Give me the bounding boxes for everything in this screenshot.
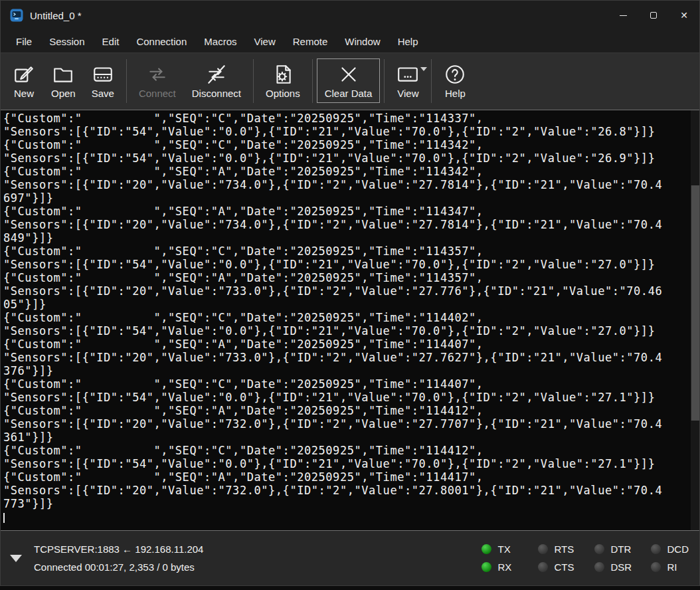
minimize-button[interactable] bbox=[608, 1, 638, 30]
connection-details: Connected 00:01:27, 2,353 / 0 bytes bbox=[34, 558, 203, 576]
taskbar-sliver bbox=[0, 586, 700, 590]
toolbar-label: Disconnect bbox=[192, 88, 241, 99]
toolbar-label: View bbox=[397, 88, 418, 99]
menu-help[interactable]: Help bbox=[389, 32, 427, 51]
scrollbar-thumb[interactable] bbox=[691, 185, 699, 421]
led-label: DSR bbox=[611, 561, 632, 573]
menu-view[interactable]: View bbox=[245, 32, 284, 51]
text-cursor bbox=[3, 513, 5, 523]
toolbar-connect-button: Connect bbox=[131, 58, 184, 103]
menu-connection[interactable]: Connection bbox=[128, 32, 195, 51]
led-ri: RI bbox=[651, 561, 689, 573]
caption-buttons: ✕ bbox=[608, 1, 699, 30]
led-dcd: DCD bbox=[651, 543, 689, 555]
toolbar-new-button[interactable]: New bbox=[5, 58, 43, 103]
toolbar-separator bbox=[312, 59, 313, 103]
led-rx: RX bbox=[481, 561, 519, 573]
toolbar: NewOpenSaveConnectDisconnectOptionsClear… bbox=[1, 52, 699, 110]
maximize-button[interactable] bbox=[638, 1, 669, 30]
toolbar-label: Save bbox=[92, 88, 114, 99]
titlebar-left: Untitled_0 * bbox=[1, 9, 608, 22]
toolbar-help-button[interactable]: Help bbox=[436, 58, 474, 103]
led-cts-indicator bbox=[538, 562, 548, 572]
led-label: RI bbox=[667, 561, 689, 573]
toolbar-label: New bbox=[14, 88, 34, 99]
toolbar-label: Options bbox=[266, 88, 300, 99]
save-icon bbox=[92, 63, 114, 86]
led-label: CTS bbox=[555, 561, 576, 573]
signal-led-panel: TXRXRTSCTSDTRDSRDCDRI bbox=[481, 540, 689, 576]
window-title: Untitled_0 * bbox=[30, 10, 82, 21]
led-dtr-indicator bbox=[594, 544, 604, 554]
toolbar-save-button[interactable]: Save bbox=[84, 58, 122, 103]
view-icon bbox=[396, 63, 419, 86]
toolbar-options-button[interactable]: Options bbox=[258, 58, 308, 103]
led-cts: CTS bbox=[538, 561, 576, 573]
menu-window[interactable]: Window bbox=[336, 32, 389, 51]
led-rx-indicator bbox=[481, 562, 491, 572]
led-tx: TX bbox=[481, 543, 519, 555]
minimize-icon bbox=[620, 15, 627, 16]
led-dsr: DSR bbox=[594, 561, 632, 573]
led-dcd-indicator bbox=[651, 544, 661, 554]
close-button[interactable]: ✕ bbox=[669, 1, 699, 30]
toolbar-label: Clear Data bbox=[325, 88, 373, 99]
toolbar-clear-data-button[interactable]: Clear Data bbox=[317, 58, 381, 103]
led-ri-indicator bbox=[651, 562, 661, 572]
connection-status: TCPSERVER:1883 ← 192.168.11.204 bbox=[34, 540, 203, 558]
led-label: RTS bbox=[555, 543, 576, 555]
terminal-scrollbar[interactable] bbox=[691, 110, 699, 530]
dropdown-arrow-icon[interactable] bbox=[420, 67, 427, 71]
terminal-text: {"Custom":" ","SEQ":"C","Date":"20250925… bbox=[1, 110, 699, 524]
led-label: RX bbox=[498, 561, 519, 573]
led-label: DCD bbox=[667, 543, 689, 555]
toolbar-separator bbox=[253, 59, 254, 103]
menu-file[interactable]: File bbox=[7, 32, 41, 51]
toolbar-label: Help bbox=[445, 88, 466, 99]
help-icon bbox=[444, 63, 466, 86]
led-dsr-indicator bbox=[594, 562, 604, 572]
chevron-down-icon bbox=[10, 555, 22, 562]
toolbar-label: Connect bbox=[139, 88, 176, 99]
menu-session[interactable]: Session bbox=[41, 32, 93, 51]
close-icon: ✕ bbox=[680, 11, 688, 20]
led-rts-indicator bbox=[538, 544, 548, 554]
led-label: TX bbox=[498, 543, 519, 555]
toolbar-view-button[interactable]: View bbox=[389, 58, 427, 103]
options-icon bbox=[272, 63, 294, 86]
status-expander-button[interactable] bbox=[10, 555, 22, 562]
led-dtr: DTR bbox=[594, 543, 632, 555]
toolbar-separator bbox=[431, 59, 432, 103]
toolbar-open-button[interactable]: Open bbox=[43, 58, 84, 103]
menu-remote[interactable]: Remote bbox=[284, 32, 337, 51]
menu-edit[interactable]: Edit bbox=[94, 32, 128, 51]
toolbar-separator bbox=[126, 59, 127, 103]
connect-icon bbox=[146, 63, 169, 86]
toolbar-disconnect-button[interactable]: Disconnect bbox=[184, 58, 249, 103]
terminal-output[interactable]: {"Custom":" ","SEQ":"C","Date":"20250925… bbox=[1, 110, 699, 531]
led-tx-indicator bbox=[481, 544, 491, 554]
app-icon bbox=[10, 9, 23, 22]
clear-data-icon bbox=[337, 63, 360, 86]
menubar: FileSessionEditConnectionMacrosViewRemot… bbox=[1, 30, 699, 52]
maximize-icon bbox=[650, 12, 657, 19]
toolbar-label: Open bbox=[51, 88, 76, 99]
coolterm-window: Untitled_0 * ✕ FileSessionEditConnection… bbox=[0, 0, 700, 586]
new-icon bbox=[13, 63, 35, 86]
open-icon bbox=[52, 63, 74, 86]
toolbar-separator bbox=[384, 59, 385, 103]
disconnect-icon bbox=[205, 63, 228, 86]
led-rts: RTS bbox=[538, 543, 576, 555]
status-text: TCPSERVER:1883 ← 192.168.11.204 Connecte… bbox=[34, 540, 203, 576]
titlebar: Untitled_0 * ✕ bbox=[1, 1, 699, 30]
statusbar: TCPSERVER:1883 ← 192.168.11.204 Connecte… bbox=[1, 531, 699, 585]
menu-macros[interactable]: Macros bbox=[195, 32, 245, 51]
led-label: DTR bbox=[611, 543, 632, 555]
